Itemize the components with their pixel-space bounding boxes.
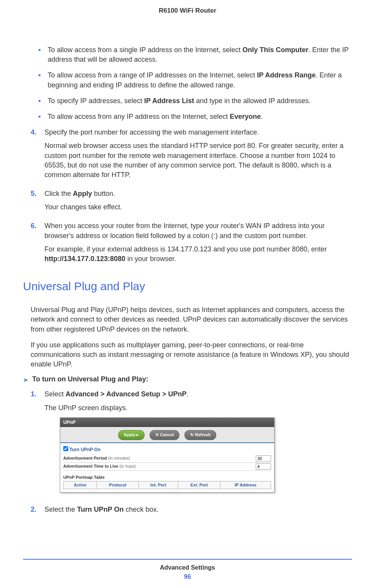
adv-ttl-input[interactable] — [256, 463, 271, 470]
footer-section-name: Advanced Settings — [0, 564, 375, 571]
bullet-text: To specify IP addresses, select IP Addre… — [48, 96, 352, 106]
bullet-marker-icon: • — [38, 112, 41, 122]
adv-ttl-row: Advertisement Time to Live (in hops) — [63, 463, 271, 471]
bullet-item: • To allow access from a single IP addre… — [38, 45, 352, 64]
cancel-button[interactable]: ✕ Cancel — [150, 430, 179, 440]
page-number: 96 — [0, 573, 375, 580]
footer-divider — [23, 559, 352, 560]
turn-upnp-on-label: Turn UPnP On — [69, 447, 100, 452]
step-text: Select the Turn UPnP On check box. — [44, 505, 352, 514]
portmap-table: Active Protocol Int. Port Ext. Port IP A… — [63, 481, 271, 489]
step-number: 6. — [31, 221, 38, 268]
bullet-marker-icon: • — [38, 71, 41, 90]
step-number: 1. — [31, 389, 38, 500]
col-protocol: Protocol — [97, 481, 138, 489]
bullet-text: To allow access from a single IP address… — [48, 45, 352, 64]
bullet-text: To allow access from a range of IP addre… — [48, 71, 352, 90]
step-paragraph: Normal web browser access uses the stand… — [44, 141, 352, 180]
panel-title: UPnP — [60, 418, 274, 427]
col-int-port: Int. Port — [138, 481, 178, 489]
section-heading-upnp: Universal Plug and Play — [23, 280, 352, 293]
col-ext-port: Ext. Port — [178, 481, 220, 489]
step-paragraph: The UPnP screen displays. — [44, 403, 352, 413]
step-number: 4. — [31, 128, 38, 184]
table-header-row: Active Protocol Int. Port Ext. Port IP A… — [64, 481, 271, 489]
step-paragraph: Your changes take effect. — [44, 202, 352, 212]
bullet-marker-icon: • — [38, 96, 41, 106]
panel-body: Turn UPnP On Advertisement Period (in mi… — [60, 443, 274, 493]
turn-upnp-on-checkbox[interactable] — [63, 446, 68, 451]
adv-ttl-label: Advertisement Time to Live — [63, 464, 118, 468]
doc-header-title: R6100 WiFi Router — [23, 7, 352, 15]
step-6: 6. When you access your router from the … — [31, 221, 352, 268]
adv-period-label: Advertisement Period — [63, 456, 107, 460]
bullet-item: • To allow access from a range of IP add… — [38, 71, 352, 90]
bullet-list: • To allow access from a single IP addre… — [31, 45, 352, 122]
procedure-title: To turn on Universal Plug and Play: — [32, 375, 148, 384]
bullet-marker-icon: • — [38, 45, 41, 64]
step-paragraph: For example, if your external address is… — [44, 245, 352, 264]
step-text: Select Advanced > Advanced Setup > UPnP.… — [44, 389, 352, 500]
adv-ttl-sub: (in hops) — [118, 464, 136, 468]
page-footer: Advanced Settings 96 — [0, 559, 375, 580]
adv-period-row: Advertisement Period (in minutes) — [63, 455, 271, 463]
step-text: Click the Apply button. Your changes tak… — [44, 189, 352, 217]
bullet-item: • To specify IP addresses, select IP Add… — [38, 96, 352, 106]
upnp-settings-panel: UPnP Apply ▸ ✕ Cancel ↻ Refresh Turn UPn… — [60, 417, 275, 493]
step-5: 5. Click the Apply button. Your changes … — [31, 189, 352, 217]
step-text: When you access your router from the Int… — [44, 221, 352, 268]
portmap-table-title: UPnP Portmap Table — [63, 475, 271, 480]
step-text: Specify the port number for accessing th… — [44, 128, 352, 184]
adv-period-input[interactable] — [256, 455, 271, 462]
apply-button[interactable]: Apply ▸ — [118, 430, 145, 440]
adv-period-sub: (in minutes) — [107, 456, 130, 460]
step-4: 4. Specify the port number for accessing… — [31, 128, 352, 184]
refresh-button[interactable]: ↻ Refresh — [184, 430, 216, 440]
step-number: 2. — [31, 505, 38, 514]
bullet-text: To allow access from any IP address on t… — [48, 112, 352, 122]
proc-step-2: 2. Select the Turn UPnP On check box. — [31, 505, 352, 514]
step-number: 5. — [31, 189, 38, 217]
body-paragraph: Universal Plug and Play (UPnP) helps dev… — [31, 305, 352, 334]
turn-upnp-on-row: Turn UPnP On — [63, 446, 271, 453]
triangle-icon: ➤ — [23, 376, 28, 384]
col-ip-address: IP Address — [220, 481, 271, 489]
bullet-item: • To allow access from any IP address on… — [38, 112, 352, 122]
panel-button-row: Apply ▸ ✕ Cancel ↻ Refresh — [60, 427, 274, 443]
body-paragraph: If you use applications such as multipla… — [31, 340, 352, 370]
proc-step-1: 1. Select Advanced > Advanced Setup > UP… — [31, 389, 352, 500]
procedure-heading: ➤ To turn on Universal Plug and Play: — [23, 375, 352, 384]
page-content: • To allow access from a single IP addre… — [23, 45, 352, 515]
col-active: Active — [64, 481, 97, 489]
